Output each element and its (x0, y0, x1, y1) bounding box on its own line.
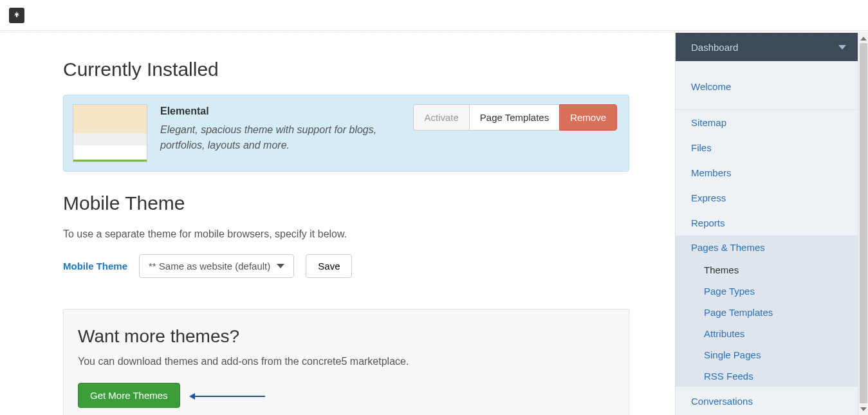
sidebar-item-express[interactable]: Express (676, 185, 858, 210)
sidebar-item-reports[interactable]: Reports (676, 210, 858, 235)
theme-card: Elemental Elegant, spacious theme with s… (63, 95, 629, 172)
mobile-theme-row: Mobile Theme ** Same as website (default… (63, 254, 669, 278)
mobile-theme-label: Mobile Theme (63, 261, 127, 272)
caret-down-icon (838, 45, 846, 50)
sidebar-sub-page-templates[interactable]: Page Templates (676, 302, 858, 323)
activate-button: Activate (413, 104, 468, 131)
get-more-themes-button[interactable]: Get More Themes (78, 383, 180, 408)
sidebar-header[interactable]: Dashboard (676, 33, 858, 61)
scroll-down-icon[interactable] (860, 406, 867, 412)
mobile-theme-select-value: ** Same as website (default) (149, 261, 270, 272)
scroll-thumb[interactable] (860, 43, 867, 403)
more-themes-action-row: Get More Themes (78, 383, 614, 408)
theme-description: Elegant, spacious theme with support for… (160, 122, 413, 153)
more-themes-panel: Want more themes? You can download theme… (63, 309, 629, 415)
sidebar-sub-page-types[interactable]: Page Types (676, 281, 858, 302)
mobile-theme-section: Mobile Theme To use a separate theme for… (63, 192, 669, 278)
page-templates-button[interactable]: Page Templates (469, 104, 559, 131)
sidebar-item-files[interactable]: Files (676, 135, 858, 160)
sidebar-header-label: Dashboard (691, 42, 738, 53)
chevron-down-icon (277, 264, 284, 268)
mobile-heading: Mobile Theme (63, 192, 669, 214)
sidebar-item-members[interactable]: Members (676, 160, 858, 185)
sidebar-section-after: Conversations (676, 387, 858, 414)
sidebar-item-conversations[interactable]: Conversations (676, 387, 858, 414)
scroll-up-icon[interactable] (860, 35, 867, 42)
theme-info: Elemental Elegant, spacious theme with s… (160, 104, 413, 153)
theme-actions: Activate Page Templates Remove (413, 104, 617, 131)
remove-button[interactable]: Remove (559, 104, 617, 131)
mobile-theme-select[interactable]: ** Same as website (default) (139, 254, 294, 278)
sidebar-sub-rss-feeds[interactable]: RSS Feeds (676, 365, 858, 387)
mobile-help-text: To use a separate theme for mobile brows… (63, 228, 669, 240)
sidebar-section-welcome: Welcome (676, 61, 858, 110)
more-themes-help: You can download themes and add-ons from… (78, 356, 614, 367)
app-logo-icon[interactable] (9, 8, 24, 23)
main-content: Currently Installed Elemental Elegant, s… (0, 33, 669, 415)
sidebar-group-pages-themes-head[interactable]: Pages & Themes (676, 235, 858, 259)
theme-thumbnail[interactable] (73, 104, 147, 162)
annotation-arrow-icon (194, 396, 265, 397)
top-toolbar (0, 0, 868, 31)
scrollbar[interactable] (858, 33, 868, 415)
sidebar-sub-attributes[interactable]: Attributes (676, 323, 858, 344)
sidebar-group-pages-themes: Pages & Themes Themes Page Types Page Te… (676, 235, 858, 387)
sidebar-sub-single-pages[interactable]: Single Pages (676, 344, 858, 365)
sidebar-item-welcome[interactable]: Welcome (676, 74, 858, 99)
right-panel: Dashboard Welcome Sitemap Files Members … (675, 33, 868, 415)
sidebar-section-main: Sitemap Files Members Express Reports (676, 110, 858, 235)
theme-name: Elemental (160, 106, 413, 117)
sidebar-item-sitemap[interactable]: Sitemap (676, 110, 858, 135)
more-themes-heading: Want more themes? (78, 326, 614, 347)
sidebar-sub-themes[interactable]: Themes (676, 259, 858, 281)
save-button[interactable]: Save (306, 254, 352, 278)
installed-heading: Currently Installed (63, 59, 669, 80)
dashboard-sidebar: Dashboard Welcome Sitemap Files Members … (675, 33, 858, 415)
